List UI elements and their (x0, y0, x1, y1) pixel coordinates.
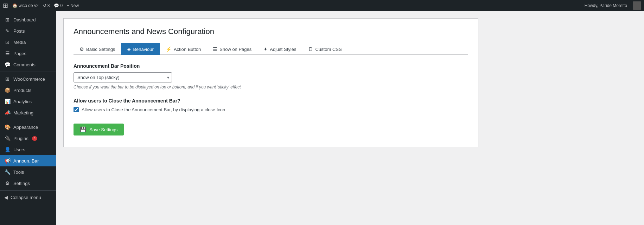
sidebar-divider-3 (0, 190, 56, 191)
sidebar-divider-2 (0, 120, 56, 120)
sidebar-item-dashboard[interactable]: ⊞ Dashboard (0, 14, 56, 25)
close-bar-label[interactable]: Allow users to Close the Announcement Ba… (74, 107, 468, 112)
house-icon: 🏠 (12, 3, 18, 8)
settings-card: Announcements and News Configuration ⚙ B… (63, 18, 478, 147)
sidebar-label: Tools (13, 170, 24, 175)
custom-css-icon: 🗒 (308, 46, 313, 52)
basic-settings-icon: ⚙ (79, 46, 84, 52)
close-bar-section: Allow users to Close the Announcement Ba… (74, 98, 468, 112)
sidebar-label: Plugins (13, 136, 28, 141)
plus-icon: + (67, 3, 69, 8)
comments-icon: 💬 (4, 62, 11, 67)
sidebar-item-announ-bar[interactable]: 📢 Announ. Bar (0, 155, 56, 166)
media-icon: ⊡ (4, 39, 11, 45)
settings-icon: ⚙ (4, 180, 11, 186)
marketing-icon: 📣 (4, 110, 11, 115)
sidebar-label: Announ. Bar (13, 158, 39, 164)
show-on-pages-icon: ☰ (213, 46, 217, 52)
action-button-icon: ⚡ (166, 46, 172, 52)
collapse-menu-button[interactable]: ◀ Collapse menu (0, 192, 56, 203)
position-field: Announcement Bar Position Show on Top (s… (74, 63, 468, 90)
announ-bar-icon: 📢 (4, 158, 11, 164)
collapse-label: Collapse menu (11, 195, 41, 200)
sidebar-label: Marketing (13, 110, 33, 115)
close-bar-text: Allow users to Close the Announcement Ba… (82, 107, 225, 112)
close-bar-title: Allow users to Close the Announcement Ba… (74, 98, 468, 104)
posts-icon: ✎ (4, 28, 11, 34)
site-name[interactable]: 🏠 wico de v2 (12, 3, 39, 8)
tabs-bar: ⚙ Basic Settings ◈ Behaviour ⚡ Action Bu… (74, 43, 468, 55)
sidebar-item-media[interactable]: ⊡ Media (0, 37, 56, 48)
comment-icon: 💬 (54, 3, 59, 8)
sidebar-label: Posts (13, 28, 25, 34)
tab-custom-css[interactable]: 🗒 Custom CSS (302, 43, 347, 55)
tab-label: Show on Pages (219, 47, 251, 52)
sidebar-label: Appearance (13, 125, 38, 130)
sidebar-item-comments[interactable]: 💬 Comments (0, 59, 56, 70)
tab-label: Basic Settings (86, 47, 115, 52)
sidebar-item-plugins[interactable]: 🔌 Plugins 4 (0, 133, 56, 144)
comments-item[interactable]: 💬 0 (54, 3, 63, 8)
new-item[interactable]: + New (67, 3, 79, 8)
sidebar-label: Users (13, 147, 25, 152)
howdy-text: Howdy, Paride Moretto (585, 3, 627, 8)
close-bar-checkbox[interactable] (74, 107, 79, 112)
main-content: Announcements and News Configuration ⚙ B… (56, 11, 644, 225)
collapse-icon: ◀ (4, 195, 8, 200)
sidebar-item-marketing[interactable]: 📣 Marketing (0, 107, 56, 118)
save-settings-button[interactable]: 💾 Save Settings (74, 124, 124, 135)
products-icon: 📦 (4, 87, 11, 93)
position-select[interactable]: Show on Top (sticky) Show on Top (static… (74, 72, 172, 82)
sidebar-item-pages[interactable]: ☰ Pages (0, 48, 56, 59)
sidebar: ⊞ Dashboard ✎ Posts ⊡ Media ☰ Pages 💬 Co… (0, 11, 56, 225)
sidebar-label: Comments (13, 62, 36, 67)
sidebar-label: Pages (13, 51, 26, 56)
appearance-icon: 🎨 (4, 124, 11, 130)
analytics-icon: 📊 (4, 99, 11, 104)
admin-bar: ⊞ 🏠 wico de v2 ↺ 8 💬 0 + New Howdy, Pari… (0, 0, 644, 11)
sidebar-label: Settings (13, 181, 30, 186)
position-label: Announcement Bar Position (74, 63, 468, 69)
sidebar-item-products[interactable]: 📦 Products (0, 85, 56, 96)
dashboard-icon: ⊞ (4, 17, 11, 22)
position-description: Choose if you want the bar to be display… (74, 85, 468, 90)
tools-icon: 🔧 (4, 169, 11, 175)
sidebar-item-woocommerce[interactable]: ⊞ WooCommerce (0, 73, 56, 85)
save-label: Save Settings (89, 127, 117, 132)
sidebar-item-tools[interactable]: 🔧 Tools (0, 166, 56, 178)
sidebar-item-users[interactable]: 👤 Users (0, 144, 56, 155)
tab-action-button[interactable]: ⚡ Action Button (160, 43, 207, 55)
sidebar-label: Media (13, 40, 26, 45)
users-icon: 👤 (4, 147, 11, 152)
tab-behaviour[interactable]: ◈ Behaviour (121, 43, 160, 55)
tab-label: Action Button (174, 47, 201, 52)
save-icon: 💾 (80, 126, 87, 133)
sidebar-divider (0, 72, 56, 72)
sidebar-label: WooCommerce (13, 77, 45, 82)
page-title: Announcements and News Configuration (74, 27, 468, 36)
sidebar-label: Analytics (13, 99, 32, 104)
sidebar-item-analytics[interactable]: 📊 Analytics (0, 96, 56, 107)
tab-basic-settings[interactable]: ⚙ Basic Settings (74, 43, 121, 55)
tab-adjust-styles[interactable]: ✦ Adjust Styles (257, 43, 302, 55)
sidebar-label: Products (13, 88, 31, 93)
updates-icon: ↺ (43, 3, 46, 8)
sidebar-item-posts[interactable]: ✎ Posts (0, 25, 56, 37)
wp-logo-icon[interactable]: ⊞ (3, 2, 8, 9)
position-select-wrap: Show on Top (sticky) Show on Top (static… (74, 72, 172, 82)
behaviour-icon: ◈ (127, 46, 131, 52)
tab-show-on-pages[interactable]: ☰ Show on Pages (207, 43, 257, 55)
tab-label: Custom CSS (315, 47, 342, 52)
adjust-styles-icon: ✦ (263, 46, 268, 52)
plugins-icon: 🔌 (4, 135, 11, 141)
sidebar-item-appearance[interactable]: 🎨 Appearance (0, 121, 56, 133)
sidebar-label: Dashboard (13, 17, 36, 22)
avatar (633, 1, 641, 10)
woocommerce-icon: ⊞ (4, 76, 11, 82)
pages-icon: ☰ (4, 51, 11, 56)
tab-label: Adjust Styles (270, 47, 296, 52)
sidebar-item-settings[interactable]: ⚙ Settings (0, 178, 56, 189)
plugins-badge: 4 (32, 136, 38, 141)
tab-label: Behaviour (133, 47, 154, 52)
updates-item[interactable]: ↺ 8 (43, 3, 50, 8)
